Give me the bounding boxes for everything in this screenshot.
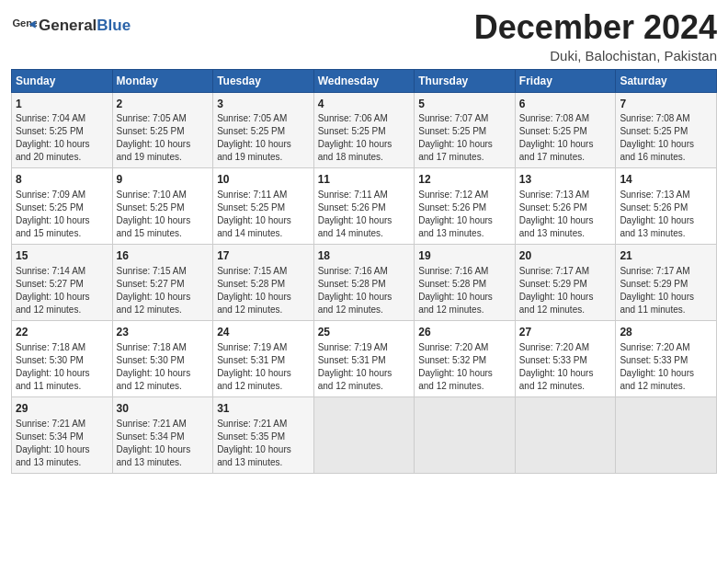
calendar-week-5: 29Sunrise: 7:21 AMSunset: 5:34 PMDayligh… [12, 396, 717, 473]
header-thursday: Thursday [415, 69, 516, 92]
day-number: 6 [519, 97, 612, 112]
logo-general: General [39, 17, 97, 34]
day-number: 27 [519, 325, 612, 340]
calendar-cell: 3Sunrise: 7:05 AMSunset: 5:25 PMDaylight… [213, 92, 314, 168]
calendar-cell: 26Sunrise: 7:20 AMSunset: 5:32 PMDayligh… [415, 320, 516, 396]
day-info: Sunrise: 7:21 AMSunset: 5:35 PMDaylight:… [217, 418, 310, 469]
calendar-cell: 8Sunrise: 7:09 AMSunset: 5:25 PMDaylight… [12, 168, 113, 245]
day-info: Sunrise: 7:08 AMSunset: 5:25 PMDaylight:… [519, 112, 612, 164]
calendar-cell: 14Sunrise: 7:13 AMSunset: 5:26 PMDayligh… [616, 168, 717, 245]
calendar-table: Sunday Monday Tuesday Wednesday Thursday… [11, 69, 717, 474]
day-number: 8 [16, 172, 108, 188]
day-info: Sunrise: 7:09 AMSunset: 5:25 PMDaylight:… [16, 189, 108, 240]
day-info: Sunrise: 7:05 AMSunset: 5:25 PMDaylight:… [117, 112, 210, 164]
day-number: 5 [418, 97, 511, 112]
calendar-cell: 1Sunrise: 7:04 AMSunset: 5:25 PMDaylight… [12, 92, 113, 168]
day-number: 26 [418, 325, 511, 340]
day-number: 25 [318, 325, 411, 340]
day-info: Sunrise: 7:07 AMSunset: 5:25 PMDaylight:… [418, 112, 511, 164]
calendar-week-3: 15Sunrise: 7:14 AMSunset: 5:27 PMDayligh… [12, 245, 717, 321]
day-number: 20 [519, 248, 612, 264]
day-number: 14 [620, 172, 712, 188]
day-number: 10 [217, 172, 310, 188]
calendar-cell: 11Sunrise: 7:11 AMSunset: 5:26 PMDayligh… [313, 168, 415, 245]
header-tuesday: Tuesday [213, 69, 314, 92]
calendar-week-2: 8Sunrise: 7:09 AMSunset: 5:25 PMDaylight… [12, 168, 717, 245]
header-saturday: Saturday [616, 69, 717, 92]
calendar-cell: 28Sunrise: 7:20 AMSunset: 5:33 PMDayligh… [616, 320, 717, 396]
day-number: 9 [117, 172, 210, 188]
calendar-cell: 20Sunrise: 7:17 AMSunset: 5:29 PMDayligh… [515, 245, 616, 321]
day-info: Sunrise: 7:20 AMSunset: 5:32 PMDaylight:… [418, 341, 511, 393]
calendar-cell [515, 396, 616, 473]
day-info: Sunrise: 7:18 AMSunset: 5:30 PMDaylight:… [117, 341, 210, 393]
header-wednesday: Wednesday [313, 69, 415, 92]
day-info: Sunrise: 7:21 AMSunset: 5:34 PMDaylight:… [117, 418, 210, 469]
calendar-cell [415, 396, 516, 473]
calendar-cell [616, 396, 717, 473]
day-info: Sunrise: 7:10 AMSunset: 5:25 PMDaylight:… [117, 189, 210, 240]
day-info: Sunrise: 7:04 AMSunset: 5:25 PMDaylight:… [16, 112, 108, 164]
day-info: Sunrise: 7:05 AMSunset: 5:25 PMDaylight:… [217, 112, 310, 164]
calendar-cell: 25Sunrise: 7:19 AMSunset: 5:31 PMDayligh… [313, 320, 415, 396]
calendar-cell: 17Sunrise: 7:15 AMSunset: 5:28 PMDayligh… [213, 245, 314, 321]
day-info: Sunrise: 7:17 AMSunset: 5:29 PMDaylight:… [620, 265, 712, 316]
month-title: December 2024 [474, 9, 717, 46]
day-info: Sunrise: 7:13 AMSunset: 5:26 PMDaylight:… [519, 189, 612, 240]
calendar-cell: 13Sunrise: 7:13 AMSunset: 5:26 PMDayligh… [515, 168, 616, 245]
day-number: 21 [620, 248, 712, 264]
calendar-week-4: 22Sunrise: 7:18 AMSunset: 5:30 PMDayligh… [12, 320, 717, 396]
day-number: 18 [318, 248, 411, 264]
calendar-cell: 2Sunrise: 7:05 AMSunset: 5:25 PMDaylight… [112, 92, 213, 168]
logo-blue: Blue [97, 17, 131, 34]
calendar-cell: 31Sunrise: 7:21 AMSunset: 5:35 PMDayligh… [213, 396, 314, 473]
header-sunday: Sunday [12, 69, 113, 92]
day-number: 19 [418, 248, 511, 264]
day-info: Sunrise: 7:08 AMSunset: 5:25 PMDaylight:… [620, 112, 712, 164]
day-number: 23 [117, 325, 210, 340]
day-number: 30 [117, 401, 210, 417]
day-info: Sunrise: 7:11 AMSunset: 5:25 PMDaylight:… [217, 189, 310, 240]
calendar-cell: 27Sunrise: 7:20 AMSunset: 5:33 PMDayligh… [515, 320, 616, 396]
location: Duki, Balochistan, Pakistan [474, 48, 717, 63]
day-info: Sunrise: 7:18 AMSunset: 5:30 PMDaylight:… [16, 341, 108, 393]
calendar-cell: 23Sunrise: 7:18 AMSunset: 5:30 PMDayligh… [112, 320, 213, 396]
day-number: 28 [620, 325, 712, 340]
weekday-header-row: Sunday Monday Tuesday Wednesday Thursday… [12, 69, 717, 92]
day-info: Sunrise: 7:19 AMSunset: 5:31 PMDaylight:… [217, 341, 310, 393]
calendar-cell: 9Sunrise: 7:10 AMSunset: 5:25 PMDaylight… [112, 168, 213, 245]
calendar-cell: 4Sunrise: 7:06 AMSunset: 5:25 PMDaylight… [313, 92, 415, 168]
day-info: Sunrise: 7:17 AMSunset: 5:29 PMDaylight:… [519, 265, 612, 316]
day-number: 16 [117, 248, 210, 264]
calendar-cell: 6Sunrise: 7:08 AMSunset: 5:25 PMDaylight… [515, 92, 616, 168]
day-number: 13 [519, 172, 612, 188]
day-number: 11 [318, 172, 411, 188]
calendar-cell: 30Sunrise: 7:21 AMSunset: 5:34 PMDayligh… [112, 396, 213, 473]
calendar-cell: 24Sunrise: 7:19 AMSunset: 5:31 PMDayligh… [213, 320, 314, 396]
calendar-cell: 16Sunrise: 7:15 AMSunset: 5:27 PMDayligh… [112, 245, 213, 321]
day-info: Sunrise: 7:15 AMSunset: 5:27 PMDaylight:… [117, 265, 210, 316]
title-section: December 2024 Duki, Balochistan, Pakista… [474, 9, 717, 63]
calendar-cell: 19Sunrise: 7:16 AMSunset: 5:28 PMDayligh… [415, 245, 516, 321]
calendar-cell: 5Sunrise: 7:07 AMSunset: 5:25 PMDaylight… [415, 92, 516, 168]
header-friday: Friday [515, 69, 616, 92]
day-info: Sunrise: 7:16 AMSunset: 5:28 PMDaylight:… [418, 265, 511, 316]
calendar-cell: 21Sunrise: 7:17 AMSunset: 5:29 PMDayligh… [616, 245, 717, 321]
day-number: 17 [217, 248, 310, 264]
day-number: 22 [16, 325, 108, 340]
day-number: 12 [418, 172, 511, 188]
day-number: 1 [16, 97, 108, 112]
day-number: 29 [16, 401, 108, 417]
day-number: 3 [217, 97, 310, 112]
calendar-cell: 12Sunrise: 7:12 AMSunset: 5:26 PMDayligh… [415, 168, 516, 245]
calendar-cell: 22Sunrise: 7:18 AMSunset: 5:30 PMDayligh… [12, 320, 113, 396]
calendar-cell: 29Sunrise: 7:21 AMSunset: 5:34 PMDayligh… [12, 396, 113, 473]
day-info: Sunrise: 7:20 AMSunset: 5:33 PMDaylight:… [519, 341, 612, 393]
day-info: Sunrise: 7:14 AMSunset: 5:27 PMDaylight:… [16, 265, 108, 316]
calendar-cell: 10Sunrise: 7:11 AMSunset: 5:25 PMDayligh… [213, 168, 314, 245]
day-number: 7 [620, 97, 712, 112]
calendar-week-1: 1Sunrise: 7:04 AMSunset: 5:25 PMDaylight… [12, 92, 717, 168]
day-number: 4 [318, 97, 411, 112]
day-number: 15 [16, 248, 108, 264]
calendar-cell: 7Sunrise: 7:08 AMSunset: 5:25 PMDaylight… [616, 92, 717, 168]
